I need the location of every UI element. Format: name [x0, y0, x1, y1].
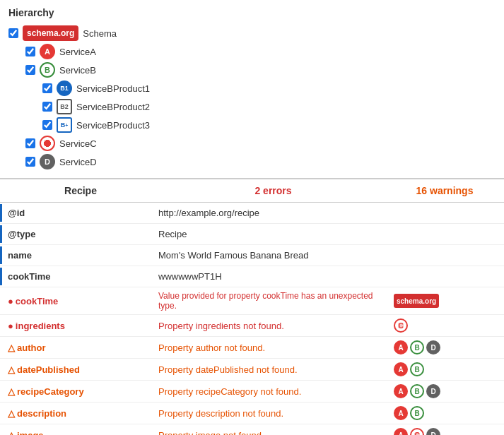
- value-cooktime-error: Value provided for property cookTime has…: [156, 287, 391, 314]
- badge-B-mini: B: [410, 340, 424, 354]
- badges-description: A B: [391, 403, 504, 424]
- col-recipe: Recipe: [3, 185, 158, 196]
- tree-item-serviceB2: B2 ServiceBProduct2: [42, 97, 496, 116]
- value-id: http://example.org/recipe: [156, 204, 391, 222]
- table-row: △ description Property description not f…: [0, 403, 504, 424]
- value-name: Mom's World Famous Banana Bread: [156, 246, 391, 264]
- prop-author: △ author: [0, 339, 156, 357]
- badges-recipecategory: A B D: [391, 381, 504, 402]
- label-serviceB: ServiceB: [59, 65, 96, 76]
- prop-ingredients: ● ingredients: [0, 317, 156, 335]
- badge-A-mini: A: [394, 362, 408, 376]
- prop-description: △ description: [0, 405, 156, 422]
- value-type: Recipe: [156, 225, 391, 243]
- table-row: △ image Property image not found. A C D: [0, 424, 504, 435]
- error-icon: ●: [8, 321, 13, 331]
- hierarchy-section: Hierarchy schema.org Schema A ServiceA B…: [0, 0, 504, 179]
- table-row: △ recipeCategory Property recipeCategory…: [0, 381, 504, 403]
- col-warnings: 16 warnings: [388, 185, 501, 196]
- tree-item-serviceB1: B1 ServiceBProduct1: [42, 79, 496, 97]
- value-description: Property description not found.: [156, 405, 391, 422]
- checkbox-serviceB3[interactable]: [42, 120, 52, 130]
- prop-label-description: description: [17, 408, 66, 419]
- table-row: △ datePublished Property datePublished n…: [0, 359, 504, 381]
- label-schema: Schema: [83, 28, 117, 39]
- badge-A: A: [40, 44, 55, 59]
- badge-B-mini: B: [410, 406, 424, 420]
- checkbox-serviceB[interactable]: [25, 65, 35, 75]
- checkbox-serviceB2[interactable]: [42, 102, 52, 112]
- badge-C-mini: C: [394, 318, 408, 333]
- checkbox-serviceB1[interactable]: [42, 83, 52, 93]
- badge-C-mini: C: [410, 428, 424, 435]
- value-cooktime-info: wwwwwwPT1H: [156, 268, 391, 285]
- badge-A-mini: A: [394, 428, 408, 435]
- badge-B3: B+: [57, 117, 72, 133]
- tree-item-serviceD: D ServiceD: [25, 153, 496, 171]
- col-errors: 2 errors: [158, 185, 388, 196]
- badges-id: [391, 210, 504, 217]
- badge-C: C: [40, 136, 55, 151]
- badge-B-mini: B: [410, 384, 424, 398]
- label-serviceB3: ServiceBProduct3: [76, 120, 150, 131]
- prop-label-cooktime-error: cookTime: [16, 296, 58, 306]
- table-row: @id http://example.org/recipe: [0, 203, 504, 224]
- value-author: Property author not found.: [156, 339, 391, 357]
- table-row: @type Recipe: [0, 224, 504, 245]
- value-recipecategory: Property recipeCategory not found.: [156, 383, 391, 400]
- badges-datepublished: A B: [391, 359, 504, 380]
- badge-B2: B2: [57, 99, 72, 114]
- badge-D-mini: D: [426, 384, 440, 398]
- warning-icon: △: [8, 430, 15, 436]
- badge-B-mini: B: [410, 362, 424, 376]
- warning-icon: △: [8, 408, 15, 419]
- badge-A-mini: A: [394, 340, 408, 354]
- table-row: △ author Property author not found. A B …: [0, 337, 504, 359]
- results-table: Recipe 2 errors 16 warnings @id http://e…: [0, 179, 504, 435]
- prop-type: @type: [0, 225, 156, 243]
- checkbox-serviceD[interactable]: [25, 157, 35, 167]
- checkbox-serviceC[interactable]: [25, 138, 35, 148]
- badge-A-mini: A: [394, 384, 408, 398]
- table-row: cookTime wwwwwwPT1H: [0, 266, 504, 287]
- prop-name: name: [0, 246, 156, 264]
- badges-cooktime-info: [391, 273, 504, 280]
- prop-cooktime-info: cookTime: [0, 268, 156, 285]
- badges-cooktime-error: schema.org: [391, 290, 504, 311]
- badges-author: A B D: [391, 337, 504, 358]
- badge-B: B: [40, 62, 55, 78]
- badge-schema-inline: schema.org: [394, 294, 439, 308]
- error-icon: ●: [8, 296, 13, 306]
- label-serviceC: ServiceC: [59, 138, 97, 149]
- badge-D-mini: D: [426, 340, 440, 354]
- table-row: name Mom's World Famous Banana Bread: [0, 245, 504, 266]
- label-serviceA: ServiceA: [59, 47, 96, 57]
- prop-recipecategory: △ recipeCategory: [0, 383, 156, 400]
- tree-item-serviceC: C ServiceC: [25, 134, 496, 153]
- warning-icon: △: [8, 386, 15, 397]
- table-row: ● cookTime Value provided for property c…: [0, 287, 504, 315]
- warning-icon: △: [8, 342, 15, 353]
- prop-label-datepublished: datePublished: [17, 364, 80, 375]
- table-header: Recipe 2 errors 16 warnings: [0, 179, 504, 203]
- prop-label-recipecategory: recipeCategory: [17, 386, 84, 397]
- prop-image: △ image: [0, 427, 156, 436]
- label-serviceB1: ServiceBProduct1: [76, 83, 150, 94]
- table-row: ● ingredients Property ingredients not f…: [0, 315, 504, 337]
- value-ingredients: Property ingredients not found.: [156, 317, 391, 335]
- checkbox-schema[interactable]: [8, 28, 18, 38]
- checkbox-serviceA[interactable]: [25, 47, 35, 56]
- label-serviceB2: ServiceBProduct2: [76, 102, 150, 112]
- badge-D: D: [40, 154, 55, 169]
- badges-ingredients: C: [391, 315, 504, 336]
- tree-item-serviceB: B ServiceB: [25, 61, 496, 79]
- label-serviceD: ServiceD: [59, 157, 97, 167]
- badge-D-mini: D: [426, 428, 440, 435]
- tree-container: schema.org Schema A ServiceA B ServiceB …: [8, 24, 496, 171]
- badges-type: [391, 231, 504, 238]
- badge-B1: B1: [57, 81, 72, 96]
- badges-name: [391, 252, 504, 259]
- badge-A-mini: A: [394, 406, 408, 420]
- prop-label-ingredients: ingredients: [16, 321, 65, 331]
- prop-label-image: image: [17, 430, 44, 436]
